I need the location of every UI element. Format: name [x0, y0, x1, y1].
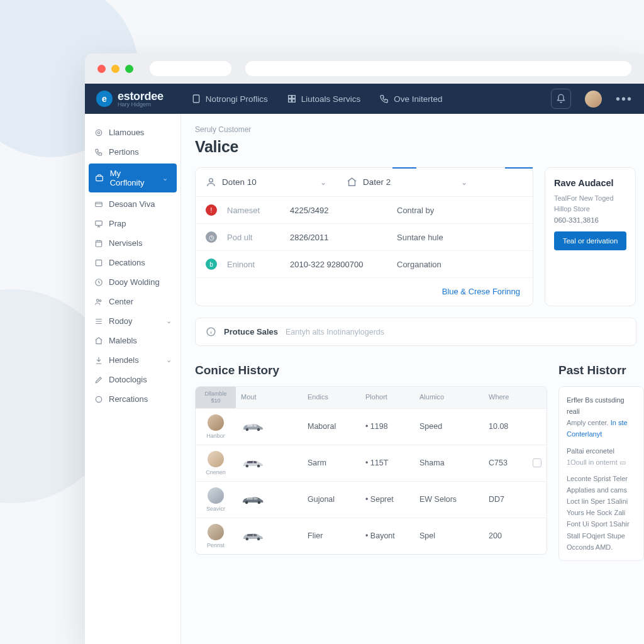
chevron-down-icon: ⌄ — [166, 356, 172, 364]
sidebar-item-hendels[interactable]: Hendels⌄ — [85, 350, 180, 370]
table-header-cell[interactable]: Mout — [236, 387, 303, 408]
past-line: Paltai erconetel — [567, 445, 636, 457]
status-dot-icon: b — [206, 258, 217, 270]
table-header: Dllamble$10 Mout Endics Plohort Alumico … — [196, 387, 547, 408]
sidebar-label: Llamoues — [109, 128, 144, 137]
minimize-dot[interactable] — [111, 65, 119, 73]
table-row[interactable]: Hanbor Maboral • 1198 Speed 10.08 — [196, 408, 547, 445]
row-name: Seavicr — [206, 506, 225, 512]
sidebar-label: Rercations — [109, 394, 148, 404]
person-icon — [206, 177, 216, 187]
banner[interactable]: Protuce Sales Eantyh alts Inotinanyloger… — [195, 318, 636, 346]
svg-point-20 — [246, 465, 249, 468]
sidebar-label: Prap — [109, 219, 126, 228]
table-header-cell[interactable]: Plohort — [360, 387, 414, 408]
url-field-short[interactable] — [150, 61, 231, 76]
briefcase-icon — [95, 174, 104, 183]
brand[interactable]: e estordee Hary Hidgern — [96, 90, 164, 108]
nav-services[interactable]: Liutoals Servics — [287, 94, 361, 104]
detail-value: 4225/3492 — [290, 206, 397, 215]
table-row[interactable]: Seavicr Gujonal • Sepret EW Selors DD7 — [196, 481, 547, 518]
nav-interested[interactable]: Ove Initerted — [379, 94, 442, 104]
avatar-icon — [208, 487, 224, 504]
svg-rect-3 — [288, 99, 291, 103]
traffic-lights[interactable] — [97, 65, 133, 73]
detail-value2: Corganation — [397, 260, 441, 269]
bell-icon — [556, 94, 566, 104]
chevron-down-icon: ⌄ — [166, 317, 172, 325]
sidebar-label: Desoan Viva — [109, 199, 155, 209]
past-line: Amply center. In ste — [567, 417, 636, 428]
sidebar-item-llamoues[interactable]: Llamoues — [85, 123, 180, 142]
url-field[interactable] — [245, 61, 631, 76]
sidebar-label: My Corflonity — [110, 169, 157, 187]
status-dot-icon: ◷ — [206, 231, 217, 243]
notifications-button[interactable] — [551, 89, 571, 109]
table-row[interactable]: Cnenen Sarm • 115T Shama C753 — [196, 445, 547, 481]
chevron-down-icon: ⌄ — [461, 178, 467, 187]
sidebar-item-dotoclogis[interactable]: Dotoclogis — [85, 370, 180, 389]
svg-point-15 — [96, 396, 101, 402]
table-header-cell[interactable]: Endics — [303, 387, 360, 408]
table-row[interactable]: Pennst Flier • Bayont Spel 200 — [196, 518, 547, 554]
car-icon — [236, 416, 270, 436]
checkbox[interactable] — [533, 458, 541, 467]
sidebar-item-center[interactable]: Center — [85, 292, 180, 311]
sidebar-item-prap[interactable]: Prap — [85, 214, 180, 233]
nav-label: Notrongi Proflics — [206, 94, 268, 104]
tab-doten10[interactable]: Doten 10 ⌄ — [196, 168, 336, 196]
svg-rect-4 — [292, 99, 295, 103]
sidebar-item-rercations[interactable]: Rercations — [85, 389, 180, 409]
svg-point-14 — [99, 299, 101, 301]
svg-point-13 — [96, 299, 99, 301]
sidebar-label: Nervisels — [109, 238, 142, 248]
sidebar-item-desoan[interactable]: Desoan Viva — [85, 194, 180, 214]
tab-dater2[interactable]: Dater 2 ⌄ — [336, 168, 477, 196]
promo-cta-button[interactable]: Teal or derivation — [554, 231, 626, 250]
sidebar-item-nervisels[interactable]: Nervisels — [85, 233, 180, 253]
table-header-cell[interactable]: Where — [484, 387, 528, 408]
sidebar-item-my-corflonity[interactable]: My Corflonity⌄ — [89, 164, 177, 192]
status-dot-icon: ! — [206, 204, 217, 216]
past-line: Conterlanyt — [567, 428, 636, 440]
past-line: 1Ooull in onternt ▭ — [567, 457, 636, 468]
table-header-cell: Dllamble$10 — [196, 387, 236, 408]
svg-rect-7 — [96, 176, 103, 181]
svg-point-22 — [245, 501, 248, 504]
detail-footer-link[interactable]: Blue & Crese Forinng — [442, 287, 520, 296]
detail-value: 2010-322 92800700 — [290, 260, 397, 269]
sidebar-item-dooy-wolding[interactable]: Dooy Wolding — [85, 272, 180, 292]
sidebar-item-pertions[interactable]: Pertions — [85, 142, 180, 162]
svg-point-25 — [257, 538, 260, 541]
past-link[interactable]: In ste — [611, 419, 628, 426]
detail-row: ◷ Pod ult 2826/2011 Suntare hule — [196, 224, 533, 251]
sidebar-item-decations[interactable]: Decations — [85, 253, 180, 272]
nav-profiles[interactable]: Notrongi Proflics — [191, 94, 268, 104]
table-header-cell[interactable]: Alumico — [414, 387, 484, 408]
detail-value: 2826/2011 — [290, 233, 397, 242]
main: Seruly Customer Valice Doten 10 ⌄ Dater … — [181, 114, 644, 644]
home-icon — [347, 177, 357, 187]
detail-card: Doten 10 ⌄ Dater 2 ⌄ ! — [195, 167, 533, 306]
cell: • Bayont — [360, 528, 414, 544]
promo-title: Rave Audacel — [554, 178, 626, 188]
zoom-dot[interactable] — [125, 65, 133, 73]
avatar[interactable] — [585, 91, 602, 108]
tab-indicator — [392, 167, 416, 169]
detail-label: Pod ult — [227, 233, 290, 242]
past-title: Past Historr — [558, 364, 644, 377]
topnav: e estordee Hary Hidgern Notrongi Proflic… — [85, 84, 644, 114]
cell: • 115T — [360, 455, 414, 471]
more-menu[interactable]: ••• — [616, 92, 633, 106]
list-icon — [94, 316, 103, 326]
history-table: Dllamble$10 Mout Endics Plohort Alumico … — [195, 386, 547, 555]
cell: Sarm — [303, 455, 360, 471]
close-dot[interactable] — [97, 65, 106, 73]
nav-label: Ove Initerted — [394, 94, 442, 104]
svg-point-5 — [96, 130, 101, 135]
sidebar-item-rodoy[interactable]: Rodoy⌄ — [85, 311, 180, 331]
past-link[interactable]: Conterlanyt — [567, 430, 602, 438]
users-icon — [94, 297, 103, 306]
app-window: e estordee Hary Hidgern Notrongi Proflic… — [85, 53, 644, 644]
sidebar-item-malebls[interactable]: Malebls — [85, 331, 180, 350]
